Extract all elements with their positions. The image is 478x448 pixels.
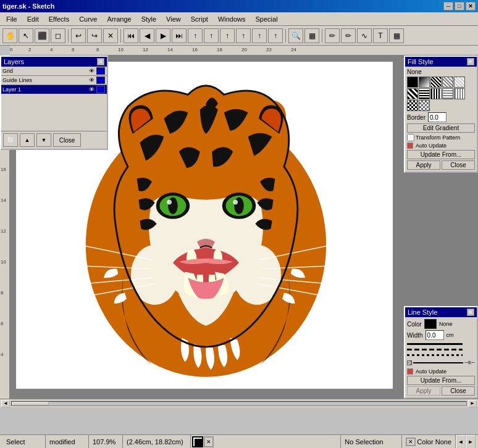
- layers-add-btn[interactable]: ⬜: [3, 133, 18, 147]
- swatch-grad1[interactable]: [419, 77, 430, 88]
- layers-close-panel-btn[interactable]: Close: [53, 133, 81, 147]
- fill-border-row: Border: [407, 112, 475, 122]
- line-solid[interactable]: [407, 343, 463, 345]
- tool-grid[interactable]: ▦: [304, 28, 319, 43]
- swatch-black[interactable]: [407, 77, 418, 88]
- fill-action-btns: Apply Close: [407, 160, 475, 170]
- fill-close-btn[interactable]: ✕: [467, 58, 474, 65]
- layers-up-btn[interactable]: ▲: [20, 133, 35, 147]
- menu-special[interactable]: Special: [251, 14, 283, 24]
- line-width-input[interactable]: [426, 330, 444, 340]
- ruler-left-16: 16: [1, 167, 6, 172]
- tool-first[interactable]: ⏮: [124, 28, 138, 43]
- tool-bezier[interactable]: ∿: [357, 28, 372, 43]
- separator-1: [68, 29, 69, 43]
- tool-lasso[interactable]: ◻: [51, 28, 65, 43]
- color-palette[interactable]: ✕: [192, 436, 339, 447]
- current-fill-color[interactable]: [192, 436, 203, 447]
- swatch-pattern4[interactable]: [407, 88, 418, 99]
- layers-down-btn[interactable]: ▼: [36, 133, 51, 147]
- tool-delete[interactable]: ✕: [103, 28, 118, 43]
- layers-empty-space: [1, 94, 107, 131]
- line-arrow-row: ◁ ─E─: [407, 360, 475, 365]
- fill-update-from-btn[interactable]: Update From...: [407, 150, 475, 159]
- corner-left[interactable]: ◄: [456, 435, 466, 449]
- swatch-pattern5[interactable]: [419, 88, 430, 99]
- layers-panel-header: Layers ✕: [1, 57, 107, 67]
- menu-curve[interactable]: Curve: [74, 14, 102, 24]
- tool-select-rect[interactable]: ⬛: [35, 28, 49, 43]
- tool-up2[interactable]: ↑: [204, 28, 219, 43]
- swatch-pattern1[interactable]: [430, 77, 442, 88]
- tool-text[interactable]: T: [373, 28, 388, 43]
- tool-up3[interactable]: ↑: [220, 28, 235, 43]
- line-apply-btn[interactable]: Apply: [407, 386, 440, 396]
- line-color-swatch[interactable]: [424, 319, 437, 329]
- fill-panel: Fill Style ✕ None: [404, 56, 478, 173]
- line-arrow-left[interactable]: ◁: [407, 360, 412, 365]
- swatch-check1[interactable]: [407, 100, 418, 111]
- hscroll[interactable]: ◄ ►: [0, 399, 478, 407]
- menu-script[interactable]: Script: [186, 14, 213, 24]
- corner-right[interactable]: ►: [466, 435, 476, 449]
- separator-3: [285, 29, 286, 43]
- tool-up1[interactable]: ↑: [188, 28, 203, 43]
- menu-view[interactable]: View: [161, 14, 186, 24]
- svg-point-11: [233, 200, 238, 205]
- menu-edit[interactable]: Edit: [22, 14, 44, 24]
- menu-file[interactable]: File: [1, 14, 22, 24]
- menu-arrange[interactable]: Arrange: [102, 14, 136, 24]
- tool-arrow[interactable]: ↖: [19, 28, 33, 43]
- fill-transform-check[interactable]: [407, 134, 414, 141]
- tool-undo[interactable]: ↩: [71, 28, 86, 43]
- tool-up5[interactable]: ↑: [252, 28, 267, 43]
- fill-close-btn2[interactable]: Close: [442, 160, 475, 170]
- tool-pen[interactable]: ✏: [325, 28, 340, 43]
- tool-prev[interactable]: ◀: [140, 28, 154, 43]
- line-close-btn[interactable]: ✕: [467, 309, 474, 316]
- layers-close-btn[interactable]: ✕: [97, 58, 104, 65]
- fill-apply-btn[interactable]: Apply: [407, 160, 440, 170]
- swatch-pattern2[interactable]: [442, 77, 453, 88]
- current-stroke-color[interactable]: [195, 439, 202, 446]
- line-dot[interactable]: [407, 354, 463, 356]
- line-dash-marker: ─E─: [464, 360, 475, 365]
- menu-effects[interactable]: Effects: [44, 14, 74, 24]
- menu-windows[interactable]: Windows: [213, 14, 251, 24]
- swatch-pattern6[interactable]: [430, 88, 442, 99]
- hscroll-thumb[interactable]: [12, 402, 49, 405]
- tool-shape[interactable]: ▦: [389, 28, 404, 43]
- hscroll-left[interactable]: ◄: [1, 400, 10, 407]
- workspace: 22 20 18 16 14 12 10 8 6 4: [0, 56, 478, 399]
- fill-border-input[interactable]: [428, 112, 447, 122]
- titlebar-buttons: ─ □ ✕: [443, 2, 476, 10]
- line-update-from-btn[interactable]: Update From...: [407, 376, 475, 385]
- no-color-swatch[interactable]: ✕: [204, 436, 214, 447]
- tool-select[interactable]: 🖐: [2, 28, 17, 43]
- ruler-mark-8: 8: [96, 47, 99, 52]
- tool-next-frame[interactable]: ▶: [156, 28, 170, 43]
- swatch-check2[interactable]: [419, 100, 430, 111]
- tool-pen2[interactable]: ✏: [341, 28, 356, 43]
- tool-up6[interactable]: ↑: [268, 28, 283, 43]
- tool-up4[interactable]: ↑: [236, 28, 251, 43]
- hscroll-track[interactable]: [11, 401, 467, 406]
- menu-style[interactable]: Style: [136, 14, 161, 24]
- tool-zoom[interactable]: 🔍: [288, 28, 303, 43]
- tool-redo[interactable]: ↪: [87, 28, 102, 43]
- hscroll-right[interactable]: ►: [468, 400, 477, 407]
- line-close-btn2[interactable]: Close: [442, 386, 475, 396]
- line-dash[interactable]: [407, 349, 463, 351]
- swatch-pattern3[interactable]: [454, 77, 465, 88]
- titlebar: tiger.sk - Sketch ─ □ ✕: [0, 0, 478, 12]
- line-title: Line Style: [408, 309, 437, 316]
- close-window-button[interactable]: ✕: [466, 2, 476, 10]
- swatch-pattern7[interactable]: [442, 88, 453, 99]
- maximize-button[interactable]: □: [455, 2, 464, 10]
- swatch-pattern8[interactable]: [454, 88, 465, 99]
- layers-panel: Layers ✕ Grid 👁 Guide Lines 👁 Layer 1 👁 …: [0, 56, 108, 150]
- tool-last[interactable]: ⏭: [172, 28, 187, 43]
- minimize-button[interactable]: ─: [443, 2, 453, 10]
- fill-edit-gradient-btn[interactable]: Edit Gradient: [407, 123, 475, 133]
- layer-1-color: [96, 86, 105, 93]
